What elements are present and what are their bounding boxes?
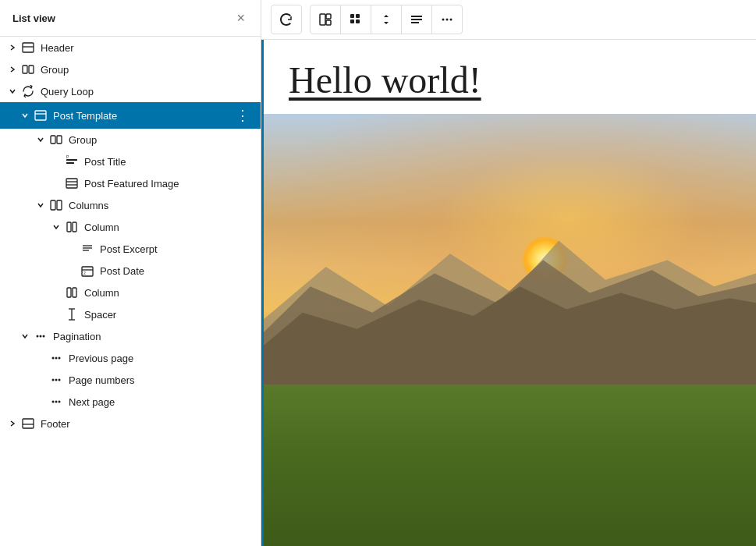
item-icon (20, 41, 36, 54)
item-label: Post Featured Image (84, 178, 254, 190)
chevron-icon (6, 87, 19, 95)
svg-rect-15 (57, 200, 62, 210)
item-icon (64, 308, 80, 321)
tree-item-columns[interactable]: Columns (0, 194, 261, 216)
tree-item-group-2[interactable]: Group (0, 129, 261, 151)
chevron-icon (19, 332, 31, 340)
loop-icon (279, 12, 293, 27)
tree-item-page-numbers[interactable]: Page numbers (0, 369, 261, 391)
layout-button[interactable] (311, 5, 340, 34)
item-icon (33, 109, 48, 122)
svg-rect-9 (66, 162, 74, 164)
svg-point-35 (52, 379, 55, 381)
tree-item-column-2[interactable]: Column (0, 282, 261, 303)
svg-rect-7 (57, 136, 62, 144)
tree-item-post-template[interactable]: Post Template⋮ (0, 102, 261, 129)
item-label: Column (84, 287, 254, 299)
loop-icon-button[interactable] (272, 5, 301, 34)
item-label: Post Date (100, 265, 254, 277)
item-label: Pagination (53, 331, 254, 342)
svg-rect-51 (411, 19, 422, 20)
item-icon: P (64, 155, 80, 168)
more-options-button[interactable] (431, 5, 462, 34)
svg-rect-25 (73, 288, 76, 297)
chevron-icon (6, 44, 19, 51)
svg-point-55 (450, 19, 453, 21)
layout-icon (318, 12, 332, 27)
svg-rect-43 (320, 14, 325, 25)
svg-rect-8 (66, 159, 77, 161)
item-icon (20, 85, 36, 98)
svg-rect-17 (73, 222, 76, 232)
svg-point-37 (59, 379, 61, 381)
item-icon: 2 (80, 264, 95, 277)
svg-rect-11 (66, 179, 77, 188)
tree-item-footer[interactable]: Footer (0, 413, 261, 434)
svg-rect-3 (29, 66, 34, 73)
svg-rect-46 (350, 14, 354, 18)
editor-panel: Hello world! (261, 0, 756, 546)
tree-item-post-excerpt[interactable]: Post Excerpt (0, 238, 261, 260)
svg-rect-52 (411, 22, 419, 23)
tree-item-previous-page[interactable]: Previous page (0, 347, 261, 369)
list-view-panel: List view × HeaderGroupQuery LoopPost Te… (0, 0, 261, 546)
tree-item-column-1[interactable]: Column (0, 216, 261, 238)
align-button[interactable] (401, 5, 431, 34)
svg-point-40 (59, 401, 61, 403)
tree-container: HeaderGroupQuery LoopPost Template⋮Group… (0, 37, 261, 546)
grid-icon (349, 12, 363, 27)
tree-item-post-date[interactable]: 2Post Date (0, 260, 261, 282)
svg-rect-2 (23, 66, 27, 73)
svg-point-39 (55, 401, 58, 403)
item-icon (20, 63, 36, 76)
arrows-icon (379, 12, 393, 27)
block-toolbar (261, 0, 756, 40)
svg-rect-0 (23, 43, 34, 52)
chevron-icon (6, 420, 19, 427)
tree-item-pagination[interactable]: Pagination (0, 325, 261, 347)
chevron-icon (19, 112, 31, 119)
tree-item-query-loop[interactable]: Query Loop (0, 80, 261, 102)
tree-item-header[interactable]: Header (0, 37, 261, 58)
item-icon (48, 395, 64, 408)
item-icon (64, 177, 80, 190)
options-button[interactable]: ⋮ (232, 107, 254, 124)
svg-rect-44 (326, 14, 331, 19)
tree-item-post-title[interactable]: PPost Title (0, 151, 261, 172)
svg-point-31 (43, 335, 45, 338)
svg-rect-24 (67, 288, 71, 297)
tree-item-next-page[interactable]: Next page (0, 391, 261, 413)
item-label: Post Title (84, 156, 254, 168)
svg-rect-50 (411, 16, 422, 17)
tree-item-spacer[interactable]: Spacer (0, 303, 261, 325)
item-label: Post Excerpt (100, 243, 254, 255)
item-label: Group (41, 64, 254, 76)
item-label: Page numbers (69, 374, 254, 386)
item-icon (48, 352, 64, 364)
item-icon (20, 417, 36, 430)
item-label: Header (41, 42, 254, 54)
mountain-svg (264, 201, 756, 398)
tree-item-group-top[interactable]: Group (0, 58, 261, 80)
svg-point-36 (55, 379, 58, 381)
chevron-icon (6, 66, 19, 73)
item-icon (64, 286, 80, 299)
item-label: Post Template (53, 110, 232, 122)
svg-point-34 (59, 357, 61, 360)
svg-point-53 (442, 19, 445, 21)
svg-rect-16 (67, 222, 71, 232)
grid-button[interactable] (340, 5, 371, 34)
tree-item-post-featured-image[interactable]: Post Featured Image (0, 172, 261, 194)
item-icon (80, 243, 95, 255)
align-icon (410, 12, 424, 27)
content-area: Hello world! (261, 40, 756, 546)
item-label: Columns (69, 200, 254, 211)
item-label: Column (84, 222, 254, 233)
grass (264, 385, 756, 546)
svg-text:P: P (66, 155, 69, 159)
arrows-button[interactable] (371, 5, 401, 34)
item-label: Spacer (84, 309, 254, 321)
svg-point-38 (52, 401, 55, 403)
item-label: Next page (69, 396, 254, 408)
close-button[interactable]: × (233, 9, 248, 27)
